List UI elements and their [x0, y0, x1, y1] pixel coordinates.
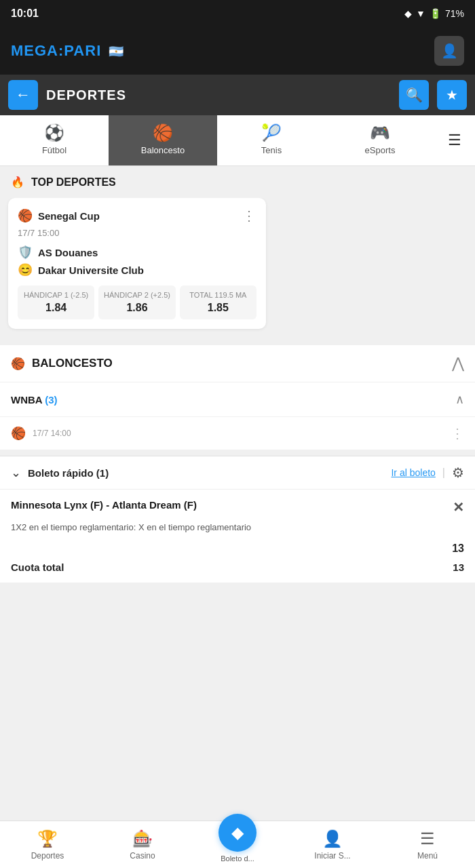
nav-deportes[interactable]: 🏆 Deportes: [0, 829, 95, 861]
match-cards-scroll: 🏀 Senegal Cup ⋮ 17/7 15:00 🛡️ AS Douanes…: [0, 198, 475, 337]
back-button[interactable]: ←: [8, 80, 38, 110]
nav-iniciar-label: Iniciar S...: [314, 851, 350, 861]
baloncesto-header: 🏀 BALONCESTO ⋀: [0, 345, 475, 382]
bottom-nav: 🏆 Deportes 🎰 Casino ◆ Boleto d... 👤 Inic…: [0, 821, 475, 868]
sport-tabs: ⚽ Fútbol 🏀 Baloncesto 🎾 Tenis 🎮 eSports …: [0, 115, 475, 166]
mini-match-row: 🏀 17/7 14:00 ⋮: [0, 417, 475, 450]
boleto-cuota-row: Cuota total 13: [11, 561, 464, 573]
tab-futbol[interactable]: ⚽ Fútbol: [0, 115, 109, 165]
wnba-count: (3): [45, 394, 57, 406]
odd-2[interactable]: HÁNDICAP 2 (+2.5) 1.86: [98, 285, 175, 319]
boleto-divider: |: [442, 467, 445, 479]
boleto-diamond-icon: ◆: [231, 823, 244, 842]
nav-iniciar[interactable]: 👤 Iniciar S...: [285, 829, 380, 861]
baloncesto-icon: 🏀: [153, 123, 173, 142]
mini-match-info: 17/7 14:00: [33, 429, 444, 438]
tab-tenis[interactable]: 🎾 Tenis: [217, 115, 326, 165]
nav-menu-label: Menú: [417, 851, 438, 861]
logo: MEGA:PARI 🇦🇷: [11, 42, 124, 60]
top-deportes-header: 🔥 TOP DEPORTES: [0, 166, 475, 198]
signal-icon: ◆: [404, 8, 412, 19]
baloncesto-label: BALONCESTO: [32, 357, 113, 370]
wnba-row[interactable]: WNBA (3) ∧: [0, 382, 475, 417]
odd-1-value: 1.84: [22, 302, 90, 314]
team2-name: Dakar Universite Club: [38, 264, 144, 276]
tab-futbol-label: Fútbol: [42, 145, 66, 155]
cuota-value: 13: [453, 561, 464, 573]
boleto-settings-button[interactable]: ⚙: [452, 465, 464, 481]
user-nav-icon: 👤: [322, 829, 343, 848]
match-card-1: 🏀 Senegal Cup ⋮ 17/7 15:00 🛡️ AS Douanes…: [8, 198, 266, 329]
team2-row: 😊 Dakar Universite Club: [18, 262, 256, 277]
bottom-spacer: [0, 583, 475, 637]
nav-boleto-label: Boleto d...: [221, 854, 254, 863]
mini-match-sport-icon: 🏀: [11, 426, 26, 441]
menu-icon: ☰: [448, 132, 461, 149]
futbol-icon: ⚽: [44, 123, 64, 142]
match-menu-button[interactable]: ⋮: [242, 208, 256, 224]
battery-level: 71%: [445, 8, 464, 19]
boleto-expand-button[interactable]: ⌄: [11, 465, 21, 480]
boleto-content: Minnesota Lynx (F) - Atlanta Dream (F) ✕…: [0, 489, 475, 583]
baloncesto-title: 🏀 BALONCESTO: [11, 357, 113, 371]
odds-row: HÁNDICAP 1 (-2.5) 1.84 HÁNDICAP 2 (+2.5)…: [18, 285, 256, 319]
boleto-close-button[interactable]: ✕: [453, 499, 464, 515]
mini-match-time: 17/7 14:00: [33, 429, 444, 438]
odd-3-value: 1.85: [184, 302, 252, 314]
nav-bar: ← DEPORTES 🔍 ★: [0, 75, 475, 115]
favorites-button[interactable]: ★: [437, 80, 467, 110]
esports-icon: 🎮: [370, 123, 390, 142]
trophy-icon: 🏆: [37, 829, 58, 848]
nav-casino[interactable]: 🎰 Casino: [95, 829, 190, 861]
tab-tenis-label: Tenis: [261, 145, 282, 155]
nav-menu[interactable]: ☰ Menú: [380, 829, 475, 861]
app-header: MEGA:PARI 🇦🇷 👤: [0, 27, 475, 75]
tab-baloncesto[interactable]: 🏀 Baloncesto: [109, 115, 217, 165]
match-card-header: 🏀 Senegal Cup ⋮: [18, 208, 256, 224]
boleto-match-name: Minnesota Lynx (F) - Atlanta Dream (F): [11, 499, 197, 511]
league-icon: 🏀: [18, 208, 33, 223]
boleto-rapido-bar: ⌄ Boleto rápido (1) Ir al boleto | ⚙: [0, 456, 475, 489]
top-deportes-label: TOP DEPORTES: [31, 176, 116, 189]
wnba-name: WNBA: [11, 394, 45, 406]
team2-icon: 😊: [18, 262, 33, 277]
more-tabs-button[interactable]: ☰: [434, 115, 475, 165]
back-icon: ←: [16, 86, 31, 104]
tab-esports[interactable]: 🎮 eSports: [326, 115, 434, 165]
nav-deportes-label: Deportes: [31, 851, 64, 861]
nav-casino-label: Casino: [130, 851, 155, 861]
match-teams: 🛡️ AS Douanes 😊 Dakar Universite Club: [18, 245, 256, 277]
status-bar: 10:01 ◆ ▼ 🔋 71%: [0, 0, 475, 27]
logo-text: MEGA:PARI: [11, 42, 101, 59]
nav-boleto[interactable]: ◆ Boleto d...: [190, 827, 285, 863]
team1-icon: 🛡️: [18, 245, 33, 260]
boleto-odds-value: 13: [11, 542, 464, 555]
mini-match-menu-button[interactable]: ⋮: [451, 425, 464, 441]
flag-icon: 🇦🇷: [109, 45, 124, 58]
ir-al-boleto-link[interactable]: Ir al boleto: [391, 467, 435, 478]
search-button[interactable]: 🔍: [399, 80, 429, 110]
wnba-expand-icon: ∧: [455, 392, 464, 407]
odd-3-label: TOTAL 119.5 MA: [184, 291, 252, 299]
odd-2-value: 1.86: [102, 302, 171, 314]
tenis-icon: 🎾: [261, 123, 282, 142]
team1-row: 🛡️ AS Douanes: [18, 245, 256, 260]
team1-name: AS Douanes: [38, 247, 98, 258]
league-name: Senegal Cup: [38, 210, 100, 222]
fire-icon: 🔥: [11, 176, 24, 189]
odd-3[interactable]: TOTAL 119.5 MA 1.85: [180, 285, 256, 319]
odd-1[interactable]: HÁNDICAP 1 (-2.5) 1.84: [18, 285, 94, 319]
baloncesto-icon: 🏀: [11, 357, 25, 371]
status-time: 10:01: [11, 7, 39, 20]
casino-icon: 🎰: [132, 829, 153, 848]
tab-baloncesto-label: Baloncesto: [141, 145, 185, 155]
tab-esports-label: eSports: [365, 145, 396, 155]
boleto-rapido-label: Boleto rápido (1): [28, 467, 384, 479]
boleto-center-button[interactable]: ◆: [218, 814, 256, 852]
boleto-bet-type: 1X2 en el tiempo reglamentario: X en el …: [11, 521, 464, 534]
odd-2-label: HÁNDICAP 2 (+2.5): [102, 291, 171, 299]
user-profile-button[interactable]: 👤: [434, 36, 464, 66]
match-league: 🏀 Senegal Cup: [18, 208, 100, 223]
collapse-baloncesto-button[interactable]: ⋀: [452, 355, 464, 372]
status-icons: ◆ ▼ 🔋 71%: [404, 8, 464, 19]
